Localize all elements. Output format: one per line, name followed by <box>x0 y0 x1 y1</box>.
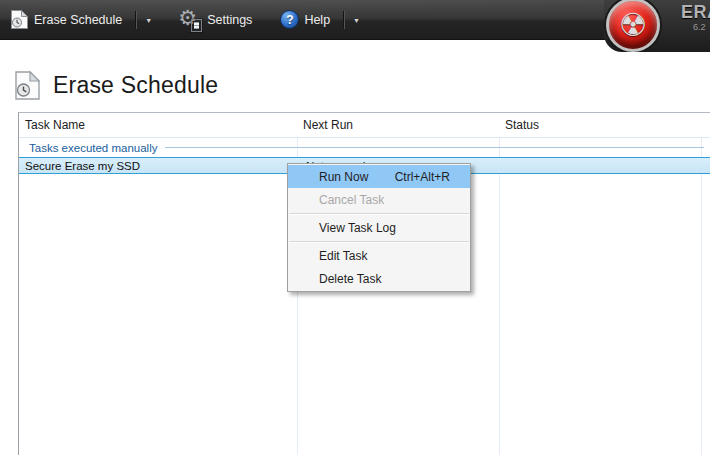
menu-item-label: Delete Task <box>319 272 381 286</box>
menu-separator <box>289 213 469 214</box>
brand-text: ERASER <box>681 2 710 23</box>
menu-item-run-now[interactable]: Run Now Ctrl+Alt+R <box>288 165 470 188</box>
category-line <box>165 147 704 148</box>
erase-schedule-label: Erase Schedule <box>34 13 122 27</box>
toolbar-divider <box>343 11 344 29</box>
menu-item-label: Cancel Task <box>319 193 384 207</box>
version-text: 6.2 <box>693 22 706 32</box>
help-icon: ? <box>280 10 299 29</box>
app-logo-plate: ☢ ERASER 6.2 <box>604 0 710 52</box>
menu-item-view-task-log[interactable]: View Task Log <box>288 216 470 239</box>
menu-separator <box>289 241 469 242</box>
context-menu: Run Now Ctrl+Alt+R Cancel Task View Task… <box>287 163 471 292</box>
chevron-down-icon: ▼ <box>353 15 360 24</box>
page-title-icon <box>14 70 41 101</box>
column-header-status[interactable]: Status <box>499 113 701 137</box>
category-label: Tasks executed manually <box>29 142 157 154</box>
column-header-task-name[interactable]: Task Name <box>19 113 297 137</box>
help-dropdown[interactable]: ▼ <box>351 4 362 36</box>
settings-doc-icon <box>191 19 202 32</box>
menu-item-label: Run Now <box>319 170 368 184</box>
toolbar-divider <box>135 11 136 29</box>
menu-item-delete-task[interactable]: Delete Task <box>288 267 470 290</box>
menu-item-label: Edit Task <box>319 249 367 263</box>
page-title: Erase Schedule <box>53 72 218 99</box>
menu-item-shortcut: Ctrl+Alt+R <box>395 170 450 184</box>
erase-schedule-icon <box>10 9 29 30</box>
menu-item-edit-task[interactable]: Edit Task <box>288 244 470 267</box>
gear-icon: ⚙ <box>178 8 202 32</box>
eraser-window: Erase Schedule ▼ ⚙ Settings ? Help ▼ ☢ E… <box>0 0 710 455</box>
menu-item-cancel-task: Cancel Task <box>288 188 470 211</box>
erase-schedule-dropdown[interactable]: ▼ <box>143 4 154 36</box>
category-row: Tasks executed manually <box>19 138 710 157</box>
help-button[interactable]: ? Help <box>276 4 334 36</box>
help-label: Help <box>304 13 330 27</box>
erase-schedule-button[interactable]: Erase Schedule <box>6 4 126 36</box>
radiation-logo-icon: ☢ <box>606 0 660 52</box>
menu-item-label: View Task Log <box>319 221 396 235</box>
column-header-next-run[interactable]: Next Run <box>297 113 499 137</box>
chevron-down-icon: ▼ <box>145 15 152 24</box>
page-header: Erase Schedule <box>14 70 218 101</box>
settings-button[interactable]: ⚙ Settings <box>174 4 256 36</box>
settings-label: Settings <box>207 13 252 27</box>
table-header: Task Name Next Run Status <box>19 113 710 138</box>
task-name-cell: Secure Erase my SSD <box>19 160 297 172</box>
